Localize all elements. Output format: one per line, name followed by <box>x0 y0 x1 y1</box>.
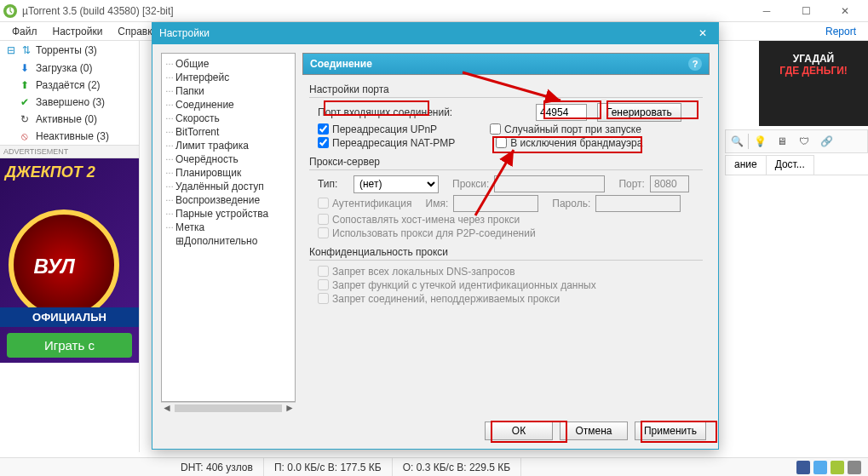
download-icon: ⬇ <box>19 62 31 74</box>
proxy-port-input <box>650 175 689 192</box>
tree-playback[interactable]: Воспроизведение <box>164 193 293 207</box>
tab-1[interactable]: ание <box>725 155 767 175</box>
ad-official-text: ОФИЦИАЛЬН <box>0 307 139 327</box>
proxy-type-select[interactable]: (нет) <box>354 175 439 193</box>
sidebar-item-downloading[interactable]: ⬇Загрузка (0) <box>0 60 139 77</box>
tree-general[interactable]: Общие <box>164 57 293 71</box>
ok-button[interactable]: ОК <box>485 422 553 440</box>
priv-dns-checkbox: Запрет всех локальных DNS-запросов <box>318 266 515 278</box>
proxy-pass-label: Пароль: <box>552 198 590 209</box>
tree-advanced[interactable]: Дополнительно <box>164 234 293 248</box>
collapse-icon: ⊟ <box>5 44 17 56</box>
ad2-line1: УГАДАЙ <box>759 53 868 65</box>
maximize-button[interactable]: ☐ <box>786 0 825 22</box>
proxy-user-label: Имя: <box>426 198 449 209</box>
twitter-icon[interactable] <box>813 461 827 474</box>
antivirus-icon[interactable]: 🛡 <box>793 131 815 152</box>
ad-play-button[interactable]: Играть с <box>7 333 132 358</box>
sidebar-item-seeding[interactable]: ⬆Раздаётся (2) <box>0 77 139 94</box>
ad-wheel-image <box>9 209 119 320</box>
help-icon[interactable]: ? <box>688 57 702 71</box>
close-button[interactable]: ✕ <box>825 0 865 22</box>
check-icon: ✔ <box>19 96 31 108</box>
tree-remote[interactable]: Удалённый доступ <box>164 180 293 193</box>
tab-2[interactable]: Дост... <box>766 155 814 175</box>
proxy-p2p-checkbox: Использовать прокси для P2P-соединений <box>318 227 536 239</box>
firewall-checkbox[interactable]: В исключения брандмауэра <box>496 137 642 149</box>
status-dht: DHT: 406 узлов <box>170 458 264 476</box>
sidebar-ad[interactable]: ДЖЕКПОТ 2 ОФИЦИАЛЬН Играть с <box>0 158 139 363</box>
proxy-host-label: Прокси: <box>452 178 489 190</box>
pane-title: Соединение <box>310 58 372 70</box>
apply-button[interactable]: Применить <box>635 422 706 440</box>
active-icon: ↻ <box>19 113 31 125</box>
menu-settings[interactable]: Настройки <box>46 24 110 39</box>
social-icons <box>790 461 868 474</box>
generate-button[interactable]: Генерировать <box>597 103 681 122</box>
cancel-button[interactable]: Отмена <box>560 422 628 440</box>
minimize-button[interactable]: ─ <box>747 0 786 22</box>
settings-tree[interactable]: Общие Интерфейс Папки Соединение Скорост… <box>161 53 296 402</box>
tree-folders[interactable]: Папки <box>164 84 293 98</box>
port-group-label: Настройки порта <box>309 83 703 95</box>
sidebar-item-completed[interactable]: ✔Завершено (3) <box>0 94 139 111</box>
inactive-icon: ⦸ <box>19 130 31 142</box>
top-ad[interactable]: УГАДАЙ ГДЕ ДЕНЬГИ! <box>759 41 868 126</box>
tabs-fragment: ание Дост... <box>725 155 868 175</box>
window-title: µTorrent 3.5 (build 43580) [32-bit] <box>22 5 747 17</box>
search-icon[interactable]: 🔍 <box>726 131 748 152</box>
tree-interface[interactable]: Интерфейс <box>164 71 293 84</box>
dialog-footer: ОК Отмена Применить <box>152 414 718 449</box>
proxy-port-label: Порт: <box>618 178 645 190</box>
proxy-auth-checkbox: Аутентификация <box>318 198 412 209</box>
tree-label[interactable]: Метка <box>164 221 293 234</box>
tree-connection[interactable]: Соединение <box>164 98 293 112</box>
sidebar-item-inactive[interactable]: ⦸Неактивные (3) <box>0 128 139 145</box>
share-icon[interactable]: 🔗 <box>815 131 837 152</box>
ad2-line2: ГДЕ ДЕНЬГИ! <box>759 65 868 77</box>
window-titlebar: µTorrent 3.5 (build 43580) [32-bit] ─ ☐ … <box>0 0 868 22</box>
app-logo-icon <box>3 4 17 18</box>
tree-scheduler[interactable]: Планировщик <box>164 166 293 180</box>
sidebar-item-active[interactable]: ↻Активные (0) <box>0 111 139 128</box>
dialog-titlebar: Настройки ✕ <box>152 23 718 44</box>
pane-header: Соединение ? <box>302 53 710 75</box>
tree-hscrollbar[interactable]: ◄► <box>161 402 296 414</box>
tree-devices[interactable]: Парные устройства <box>164 207 293 221</box>
toolbar-fragment: 🔍 💡 🖥 🛡 🔗 <box>725 129 868 153</box>
settings-dialog: Настройки ✕ Общие Интерфейс Папки Соедин… <box>152 22 719 450</box>
dialog-close-button[interactable]: ✕ <box>694 25 711 42</box>
sidebar-header[interactable]: ⊟ ⇅ Торренты (3) <box>0 41 139 60</box>
upload-icon: ⬆ <box>19 79 31 91</box>
remote-icon[interactable]: 🖥 <box>771 131 793 152</box>
android-icon[interactable] <box>831 461 844 474</box>
facebook-icon[interactable] <box>796 461 810 474</box>
priv-unsupported-checkbox: Запрет соединений, неподдерживаемых прок… <box>318 293 560 305</box>
proxy-type-label: Тип: <box>318 178 348 190</box>
port-label: Порт входящих соединений: <box>318 106 531 118</box>
upnp-checkbox[interactable]: Переадресация UPnP <box>318 123 437 135</box>
status-download: П: 0.0 КБ/с В: 177.5 КБ <box>264 458 393 476</box>
sidebar: ⊟ ⇅ Торренты (3) ⬇Загрузка (0) ⬆Раздаётс… <box>0 41 140 452</box>
bulb-icon[interactable]: 💡 <box>749 131 771 152</box>
report-link[interactable]: Report <box>825 26 863 37</box>
priv-leak-checkbox: Запрет функций с утечкой идентификационн… <box>318 279 596 291</box>
proxy-resolve-checkbox: Сопоставлять хост-имена через прокси <box>318 214 520 226</box>
privacy-group-label: Конфиденциальность прокси <box>309 246 703 258</box>
tree-transfer-cap[interactable]: Лимит трафика <box>164 139 293 152</box>
random-port-checkbox[interactable]: Случайный порт при запуске <box>490 123 641 135</box>
proxy-group-label: Прокси-сервер <box>309 156 703 168</box>
menu-file[interactable]: Файл <box>5 24 44 39</box>
statusbar: DHT: 406 узлов П: 0.0 КБ/с В: 177.5 КБ О… <box>0 457 868 476</box>
sidebar-header-label: Торренты (3) <box>36 44 97 56</box>
ad-jackpot-text: ДЖЕКПОТ 2 <box>5 163 95 181</box>
tree-queue[interactable]: Очерёдность <box>164 152 293 166</box>
tree-speed[interactable]: Скорость <box>164 112 293 125</box>
port-input[interactable] <box>536 104 587 121</box>
more-icon[interactable] <box>848 461 861 474</box>
tree-bittorrent[interactable]: BitTorrent <box>164 125 293 139</box>
proxy-pass-input <box>595 195 681 212</box>
proxy-host-input <box>494 175 605 192</box>
updown-icon: ⇅ <box>20 44 32 56</box>
natpmp-checkbox[interactable]: Переадресация NAT-PMP <box>318 137 455 149</box>
